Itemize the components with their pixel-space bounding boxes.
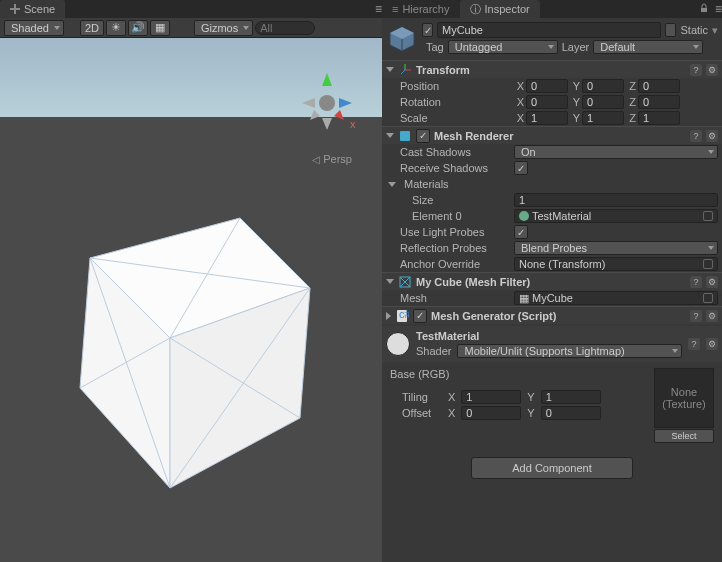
tab-inspector[interactable]: ⓘ Inspector [460,0,540,18]
svg-marker-8 [322,118,332,130]
btn-2d[interactable]: 2D [80,20,104,36]
cast-shadows-dropdown[interactable]: On [514,145,718,159]
script-icon: c# [395,309,409,323]
foldout-icon[interactable] [386,312,391,320]
help-icon[interactable]: ? [690,276,702,288]
scale-z[interactable] [638,111,680,125]
help-icon[interactable]: ? [688,338,700,350]
cast-shadows-label: Cast Shadows [400,146,510,158]
material-preview-icon[interactable] [386,332,410,356]
svg-text:c#: c# [399,309,409,320]
light-probes-checkbox[interactable] [514,225,528,239]
orientation-gizmo[interactable]: x [292,68,362,140]
add-component-button[interactable]: Add Component [471,457,633,479]
fx-toggle-icon[interactable]: ▦ [150,20,170,36]
offset-y[interactable] [541,406,601,420]
gear-icon[interactable]: ⚙ [706,310,718,322]
tag-label: Tag [426,41,444,53]
foldout-icon[interactable] [386,67,394,72]
materials-size[interactable] [514,193,718,207]
tab-scene[interactable]: Scene [0,0,65,18]
position-x[interactable] [526,79,568,93]
rotation-z[interactable] [638,95,680,109]
cube-render [50,188,330,500]
mesh-icon: ▦ [519,292,529,305]
scene-view[interactable]: x ◁ Persp [0,38,382,562]
mesh-renderer-header[interactable]: Mesh Renderer ? ⚙ [382,126,722,144]
audio-toggle-icon[interactable]: 🔊 [128,20,148,36]
object-picker-icon[interactable] [703,293,713,303]
tab-hierarchy[interactable]: ≡ Hierarchy [382,0,460,18]
position-label: Position [400,80,510,92]
rotation-x[interactable] [526,95,568,109]
transform-header[interactable]: Transform ? ⚙ [382,60,722,78]
inspector-panel: ≡ Hierarchy ⓘ Inspector ≡ Static [382,0,722,562]
layer-dropdown[interactable]: Default [593,40,703,54]
mesh-filter-title: My Cube (Mesh Filter) [416,276,686,288]
layer-label: Layer [562,41,590,53]
gear-icon[interactable]: ⚙ [706,64,718,76]
gear-icon[interactable]: ⚙ [706,276,718,288]
help-icon[interactable]: ? [690,130,702,142]
position-y[interactable] [582,79,624,93]
active-checkbox[interactable] [422,23,433,37]
mesh-renderer-icon [398,129,412,143]
material-section: TestMaterial Shader Mobile/Unlit (Suppor… [382,326,722,362]
tiling-y[interactable] [541,390,601,404]
rotation-label: Rotation [400,96,510,108]
reflection-probes-label: Reflection Probes [400,242,510,254]
texture-slot[interactable]: None (Texture) [654,368,714,428]
receive-shadows-checkbox[interactable] [514,161,528,175]
tiling-x[interactable] [461,390,521,404]
foldout-icon[interactable] [386,133,394,138]
lock-icon[interactable] [699,3,709,15]
gear-icon[interactable]: ⚙ [706,338,718,350]
svg-marker-6 [310,110,320,120]
mesh-generator-header[interactable]: c# Mesh Generator (Script) ? ⚙ [382,306,722,324]
script-enabled-checkbox[interactable] [413,309,427,323]
reflection-probes-dropdown[interactable]: Blend Probes [514,241,718,255]
tag-dropdown[interactable]: Untagged [448,40,558,54]
inspector-icon: ⓘ [470,2,481,17]
anchor-override-label: Anchor Override [400,258,510,270]
mesh-filter-header[interactable]: My Cube (Mesh Filter) ? ⚙ [382,272,722,290]
object-picker-icon[interactable] [703,259,713,269]
element0-field[interactable]: TestMaterial [514,209,718,223]
object-name-field[interactable] [437,22,661,38]
scale-y[interactable] [582,111,624,125]
rotation-y[interactable] [582,95,624,109]
hierarchy-tab-label: Hierarchy [402,3,449,15]
object-picker-icon[interactable] [703,211,713,221]
mesh-field[interactable]: ▦ MyCube [514,291,718,305]
shading-mode-dropdown[interactable]: Shaded [4,20,64,36]
materials-label: Materials [404,178,502,190]
texture-select-button[interactable]: Select [654,429,714,443]
help-icon[interactable]: ? [690,310,702,322]
material-name: TestMaterial [416,330,682,342]
position-z[interactable] [638,79,680,93]
scene-search-input[interactable] [255,21,315,35]
gear-icon[interactable]: ⚙ [706,130,718,142]
svg-marker-5 [334,110,344,120]
offset-x[interactable] [461,406,521,420]
shader-label: Shader [416,345,451,357]
panel-menu-icon[interactable]: ≡ [375,2,382,16]
transform-title: Transform [416,64,686,76]
persp-label[interactable]: ◁ Persp [312,153,352,165]
renderer-enabled-checkbox[interactable] [416,129,430,143]
help-icon[interactable]: ? [690,64,702,76]
gizmos-dropdown[interactable]: Gizmos [194,20,253,36]
anchor-override-field[interactable]: None (Transform) [514,257,718,271]
foldout-icon[interactable] [388,182,396,187]
base-rgb-label: Base (RGB) [390,368,646,380]
scene-tab-label: Scene [24,3,55,15]
panel-menu-icon[interactable]: ≡ [715,2,722,16]
static-checkbox[interactable] [665,23,676,37]
shader-dropdown[interactable]: Mobile/Unlit (Supports Lightmap) [457,344,682,358]
static-dropdown-icon[interactable]: ▾ [712,24,718,37]
gameobject-icon[interactable] [386,23,418,55]
light-toggle-icon[interactable]: ☀ [106,20,126,36]
scale-label: Scale [400,112,510,124]
foldout-icon[interactable] [386,279,394,284]
scale-x[interactable] [526,111,568,125]
